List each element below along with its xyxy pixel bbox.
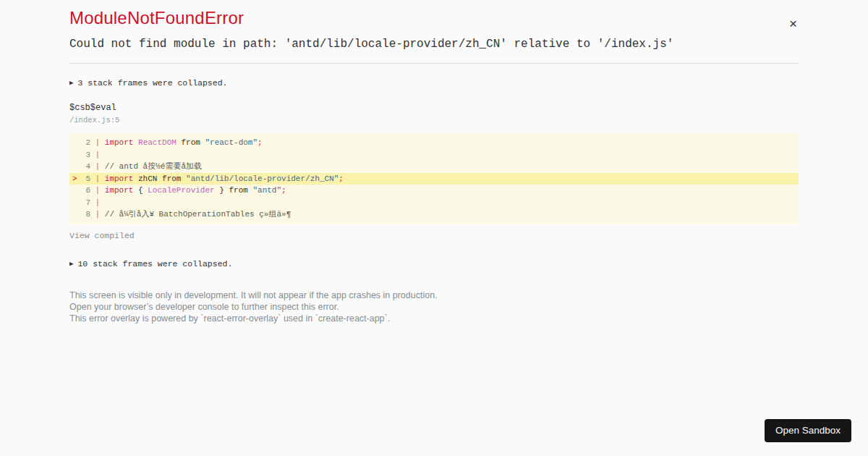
code-line: >5 | import zhCN from "antd/lib/locale-p… [69, 173, 799, 185]
code-token: LocaleProvider [148, 186, 214, 195]
error-overlay: × ModuleNotFoundError Could not find mod… [0, 8, 868, 324]
open-sandbox-button[interactable]: Open Sandbox [765, 419, 851, 442]
code-token: import [105, 174, 134, 183]
line-number: 3 [81, 149, 90, 161]
code-line: 3 | [69, 149, 799, 161]
stack-collapse-toggle-bottom[interactable]: ▶10 stack frames were collapsed. [69, 259, 799, 269]
gutter-separator: | [90, 138, 105, 147]
code-token: import [105, 138, 134, 147]
code-line: 7 | [69, 197, 799, 209]
code-token: ; [258, 138, 263, 147]
line-number: 7 [81, 197, 90, 209]
collapsed-frames-label: 3 stack frames were collapsed. [77, 78, 227, 88]
code-token: ; [339, 174, 344, 183]
footer-note: Open your browser’s developer console to… [69, 301, 799, 313]
code-token: import [105, 186, 134, 195]
line-number: 2 [81, 137, 90, 149]
error-title: ModuleNotFoundError [69, 8, 799, 28]
line-number: 4 [81, 161, 90, 173]
collapsed-frames-label: 10 stack frames were collapsed. [77, 259, 232, 269]
code-token: "react-dom" [205, 138, 258, 147]
code-token: // å¼引å入¥ BatchOperationTables ç»组ä»¶ [105, 210, 291, 219]
code-token: from [176, 138, 205, 147]
code-token: zhCN from [133, 174, 186, 183]
stack-frame: $csb$eval /index.js:5 [69, 103, 799, 124]
stack-collapse-toggle-top[interactable]: ▶3 stack frames were collapsed. [69, 78, 799, 88]
error-line-marker: > [72, 173, 81, 185]
code-line: 4 | // antd å按½é需要å加载 [69, 161, 799, 173]
gutter-separator: | [90, 162, 105, 171]
gutter-separator: | [90, 151, 105, 159]
code-token: // antd å按½é需要å加载 [105, 162, 202, 171]
code-block: 2 | import ReactDOM from "react-dom";3 |… [69, 133, 799, 224]
code-token: ReactDOM [138, 138, 176, 147]
code-line: 6 | import { LocaleProvider } from "antd… [69, 185, 799, 197]
gutter-separator: | [90, 186, 105, 195]
error-message: Could not find module in path: 'antd/lib… [69, 38, 799, 51]
code-line: 8 | // å¼引å入¥ BatchOperationTables ç»组ä»… [69, 208, 799, 221]
code-token: ; [281, 186, 286, 195]
expand-arrow-icon: ▶ [69, 78, 73, 88]
footer-note: This error overlay is powered by `react-… [69, 313, 799, 324]
line-number: 8 [81, 208, 90, 221]
gutter-separator: | [90, 198, 105, 207]
expand-arrow-icon: ▶ [69, 259, 73, 269]
view-compiled-link[interactable]: View compiled [69, 231, 135, 241]
stack-frame-function: $csb$eval [69, 103, 799, 113]
divider [69, 63, 799, 64]
gutter-separator: | [90, 174, 105, 183]
code-token: } from [215, 186, 253, 195]
code-token: { [133, 186, 148, 195]
close-icon[interactable]: × [789, 17, 797, 30]
code-token: "antd/lib/locale-provider/zh_CN" [186, 174, 339, 183]
footer-note: This screen is visible only in developme… [69, 290, 799, 301]
line-number: 6 [81, 185, 90, 197]
gutter-separator: | [90, 210, 105, 219]
line-number: 5 [81, 173, 90, 185]
stack-frame-location: /index.js:5 [69, 116, 799, 124]
code-token: "antd" [252, 186, 281, 195]
footer-notes: This screen is visible only in developme… [69, 290, 799, 325]
code-line: 2 | import ReactDOM from "react-dom"; [69, 137, 799, 149]
